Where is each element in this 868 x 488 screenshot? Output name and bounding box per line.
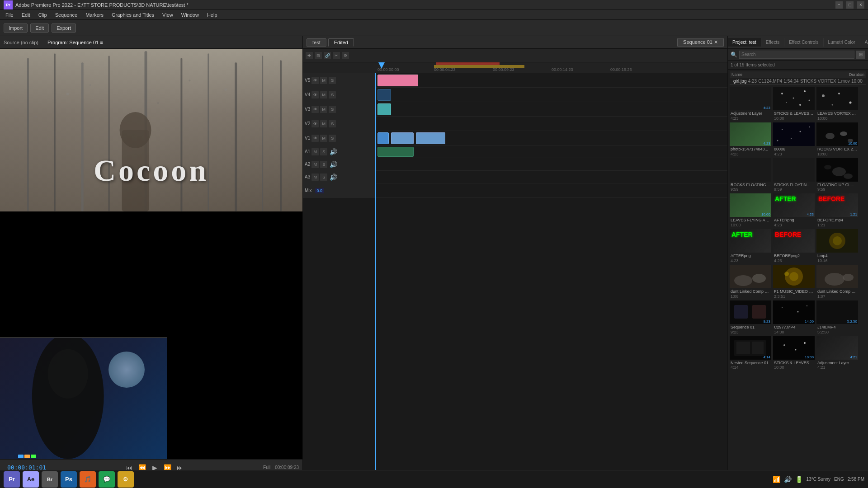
premiere-icon: Pr: [9, 476, 15, 483]
track-a3-m[interactable]: M: [311, 174, 319, 181]
menu-help[interactable]: Help: [203, 11, 221, 19]
thumb-rocks-vortex[interactable]: 10:00 ROCKS VORTEX 2.mov 10:00: [816, 122, 858, 156]
track-v5-mute[interactable]: S: [329, 77, 336, 84]
rpanel-tab-audio[interactable]: Audio Track Mixer: [860, 38, 868, 47]
track-a1-s[interactable]: S: [320, 148, 327, 155]
taskbar-bridge[interactable]: Br: [42, 471, 58, 488]
thumb-after[interactable]: AFTER 4:23 AFTERpng 4:23: [773, 193, 815, 227]
edit-button[interactable]: Edit: [30, 23, 49, 33]
track-v2-mute[interactable]: S: [329, 120, 336, 127]
track-a3-s[interactable]: S: [320, 174, 327, 181]
wrench-button[interactable]: ⚙: [342, 52, 349, 59]
track-a2-m[interactable]: M: [311, 161, 319, 168]
svg-rect-0: [27, 58, 29, 211]
thumb-adj2[interactable]: 4:21 Adjustment Layer 4:21: [816, 336, 858, 370]
media-grid[interactable]: Name Duration girl.jpg 4:23 C1124.MP4 1:…: [728, 70, 868, 475]
search-icon: 🔍: [731, 52, 737, 58]
item-1-extra: C1124.MP4: [758, 79, 782, 84]
thumb-photo[interactable]: 4:23 photo-1547174043... 4:23: [730, 122, 771, 156]
menu-window[interactable]: Window: [178, 11, 203, 19]
clip-v3-1[interactable]: [377, 103, 391, 115]
grid-view-button[interactable]: ⊞: [856, 51, 865, 59]
thumb-j140[interactable]: 5:2:50 J140.MP4 5:2:50: [816, 300, 858, 334]
thumb-beforepng2[interactable]: BEFORE BEFOREpng2 4:23: [773, 229, 815, 263]
menu-graphics[interactable]: Graphics and Titles: [108, 11, 158, 19]
sequence-tab-seq01[interactable]: Sequence 01 ✕: [677, 38, 724, 47]
menu-view[interactable]: View: [159, 11, 177, 19]
link-button[interactable]: 🔗: [324, 52, 331, 59]
thumb-leaves-vortex[interactable]: LEAVES VORTEX 2.mov 10:00: [816, 87, 858, 121]
thumb-afterpng2[interactable]: AFTER AFTERpng 4:23: [730, 229, 771, 263]
thumb-lmp4[interactable]: Lmp4 10:16: [816, 229, 858, 263]
timeline-tracks[interactable]: V5 👁 M S V4 👁 M S: [303, 73, 727, 478]
track-v1-mute[interactable]: S: [329, 135, 336, 142]
sequence-tab-edited[interactable]: Edited: [328, 38, 354, 47]
track-v5-lock[interactable]: M: [320, 77, 327, 84]
thumb-before[interactable]: BEFORE 1:21 BEFORE.mp4 1:21: [816, 193, 858, 227]
rpanel-tab-project[interactable]: Project: test: [728, 38, 761, 47]
list-header-row: Name Duration girl.jpg 4:23 C1124.MP4 1:…: [730, 71, 866, 85]
track-v4-eye[interactable]: 👁: [311, 91, 319, 99]
thumb-sticks-floating[interactable]: STICKS FLOATING CLO... 9:59: [773, 158, 815, 192]
thumb-dunt2[interactable]: dunt Linked Comp 05_2... 1:07: [816, 265, 858, 299]
add-marker-button[interactable]: ✚: [306, 52, 313, 59]
track-v3-mute[interactable]: S: [329, 106, 336, 113]
close-button[interactable]: ×: [857, 1, 864, 9]
taskbar-premiere[interactable]: Pr: [4, 471, 20, 488]
thumb-rocks-floating[interactable]: ROCKS FLOATING UP S... 9:59: [730, 158, 771, 192]
track-a2-s[interactable]: S: [320, 161, 327, 168]
list-item-1[interactable]: girl.jpg 4:23 C1124.MP4 1:54:04 STICKS V…: [730, 78, 866, 85]
rpanel-tab-effects[interactable]: Effects: [761, 38, 784, 47]
thumb-sticks-leaves[interactable]: STICKS & LEAVES VOI... 10:00: [773, 87, 815, 121]
thumb-adjustment-layer[interactable]: 4:23 Adjustment Layer 4:23: [730, 87, 771, 121]
search-input[interactable]: [739, 51, 854, 59]
menu-edit[interactable]: Edit: [18, 11, 34, 19]
taskbar-app7[interactable]: ⚙: [118, 471, 134, 488]
track-v4-mute[interactable]: S: [329, 91, 336, 99]
track-v4-lock[interactable]: M: [320, 91, 327, 99]
track-a1-m[interactable]: M: [311, 148, 319, 155]
track-v1-lock[interactable]: M: [320, 135, 327, 142]
track-v3-lock[interactable]: M: [320, 106, 327, 113]
menu-markers[interactable]: Markers: [82, 11, 107, 19]
track-v1-eye[interactable]: 👁: [311, 135, 319, 142]
thumb-00006[interactable]: 00006 4:23: [773, 122, 815, 156]
thumb-floating-close[interactable]: FLOATING UP CLOSE UP... 9:59: [816, 158, 858, 192]
menu-clip[interactable]: Clip: [35, 11, 51, 19]
clip-v1-2[interactable]: [391, 132, 414, 144]
snap-button[interactable]: ⊞: [315, 52, 322, 59]
track-v5-eye[interactable]: 👁: [311, 77, 319, 84]
svg-point-12: [66, 93, 69, 95]
export-button[interactable]: Export: [52, 23, 76, 33]
taskbar-ae[interactable]: Ae: [23, 471, 39, 488]
minimize-button[interactable]: −: [835, 1, 843, 9]
sequence-tab-test[interactable]: test: [307, 38, 326, 47]
thumb-dunt1[interactable]: dunt Linked Comp 05.asd 1:08: [730, 265, 771, 299]
import-button[interactable]: Import: [4, 23, 28, 33]
track-v2-lock[interactable]: M: [320, 120, 327, 127]
thumb-nested-seq[interactable]: 4:14 Nested Sequence 01 4:14: [730, 336, 771, 370]
thumb-c2977[interactable]: 14:00 C2977.MP4 14:00: [773, 300, 815, 334]
clip-v1-3[interactable]: [416, 132, 445, 144]
razor-button[interactable]: ✂: [333, 52, 340, 59]
track-v2-eye[interactable]: 👁: [311, 120, 319, 127]
taskbar-ps[interactable]: Ps: [61, 471, 77, 488]
maximize-button[interactable]: □: [846, 1, 854, 9]
track-label-v2: V2: [305, 121, 310, 126]
thumb-seq01[interactable]: 9:23 Sequence 01 9:23: [730, 300, 771, 334]
thumb-sticks2[interactable]: 10:00 STICKS & LEAVES VOI... 10:00: [773, 336, 815, 370]
rpanel-tab-lumetri[interactable]: Lumetri Color: [824, 38, 860, 47]
taskbar-app5[interactable]: 🎵: [80, 471, 96, 488]
f1music-svg: [773, 265, 815, 288]
rpanel-tab-effect-controls[interactable]: Effect Controls: [784, 38, 823, 47]
track-row-a1: A1 M S 🔊: [303, 145, 727, 158]
track-v3-eye[interactable]: 👁: [311, 106, 319, 113]
menu-sequence[interactable]: Sequence: [52, 11, 81, 19]
thumb-leaves-flying[interactable]: 10:00 LEAVES FLYING ACRO... 10:00: [730, 193, 771, 227]
thumb-f1music[interactable]: F1 MUSIC_VIDEO FIN... 2:3:51: [773, 265, 815, 299]
taskbar-app6[interactable]: 💬: [99, 471, 115, 488]
menu-file[interactable]: File: [2, 11, 17, 19]
clip-v4-1[interactable]: [377, 89, 391, 101]
clip-v5-1[interactable]: [377, 75, 418, 86]
clip-v1-1[interactable]: [377, 132, 389, 144]
